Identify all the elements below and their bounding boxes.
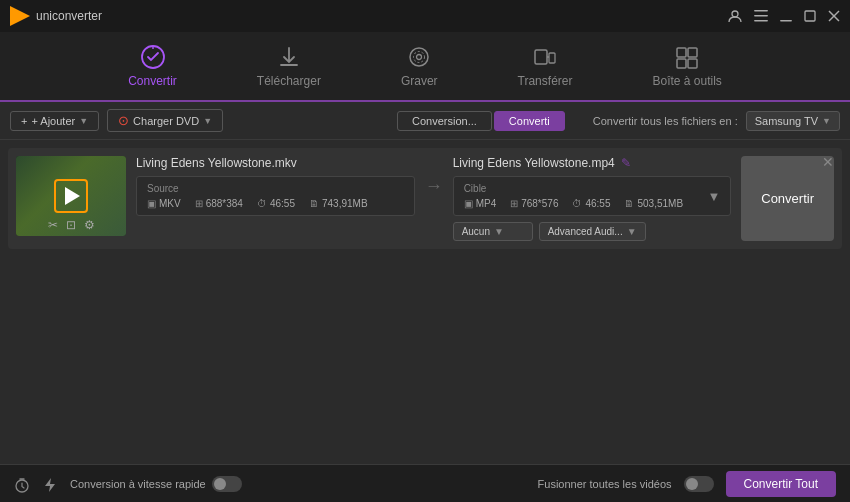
- clock-icon: ⏱: [257, 198, 267, 209]
- target-chevron-icon[interactable]: ▼: [707, 189, 720, 204]
- svg-point-9: [410, 48, 428, 66]
- nav-item-graver[interactable]: Graver: [391, 38, 448, 94]
- merge-toggle-knob: [686, 478, 698, 490]
- tab-conversion[interactable]: Conversion...: [397, 111, 492, 131]
- toolbar-right: Convertir tous les fichiers en : Samsung…: [593, 111, 840, 131]
- target-res-icon: ⊞: [510, 198, 518, 209]
- svg-point-0: [732, 11, 738, 17]
- nav-label-boite: Boîte à outils: [652, 74, 721, 88]
- svg-rect-15: [688, 48, 697, 57]
- target-area: Living Edens Yellowstone.mp4 ✎ Cible ▣ M…: [453, 156, 732, 241]
- source-size: 🗎 743,91MB: [309, 198, 368, 209]
- charger-label: Charger DVD: [133, 115, 199, 127]
- file-icon: 🗎: [309, 198, 319, 209]
- menu-icon[interactable]: [754, 10, 768, 22]
- nav-item-telecharger[interactable]: Télécharger: [247, 38, 331, 94]
- user-icon[interactable]: [728, 9, 742, 23]
- maximize-icon[interactable]: [804, 10, 816, 22]
- subtitle-chevron-icon: ▼: [494, 226, 504, 237]
- source-format: ▣ MKV: [147, 198, 181, 209]
- dvd-icon: ⊙: [118, 113, 129, 128]
- svg-rect-2: [754, 15, 768, 17]
- target-name-row: Living Edens Yellowstone.mp4 ✎: [453, 156, 732, 170]
- source-props: ▣ MKV ⊞ 688*384 ⏱ 46:55 🗎 743,91MB: [147, 198, 404, 209]
- add-icon: +: [21, 115, 27, 127]
- convertir-icon: [140, 44, 166, 70]
- convert-button[interactable]: Convertir: [741, 156, 834, 241]
- add-label: + Ajouter: [31, 115, 75, 127]
- merge-label: Fusionner toutes les vidéos: [538, 478, 672, 490]
- charger-chevron-icon: ▼: [203, 116, 212, 126]
- minimize-icon[interactable]: [780, 10, 792, 22]
- nav-item-boite[interactable]: Boîte à outils: [642, 38, 731, 94]
- nav-bar: Convertir Télécharger Graver: [0, 32, 850, 102]
- title-bar: uniconverter: [0, 0, 850, 32]
- speed-toggle-knob: [214, 478, 226, 490]
- svg-point-11: [414, 52, 425, 63]
- target-sub-row: Aucun ▼ Advanced Audi... ▼: [453, 222, 732, 241]
- close-icon[interactable]: [828, 10, 840, 22]
- target-clock-icon: ⏱: [572, 198, 582, 209]
- toolbar: + + Ajouter ▼ ⊙ Charger DVD ▼ Conversion…: [0, 102, 850, 140]
- source-duration: ⏱ 46:55: [257, 198, 295, 209]
- thumbnail-controls: ✂ ⊡ ⚙: [16, 218, 126, 232]
- target-title: Cible: [464, 183, 708, 194]
- target-format-icon: ▣: [464, 198, 473, 209]
- source-title: Source: [147, 183, 404, 194]
- target-size: 🗎 503,51MB: [624, 198, 683, 209]
- thumbnail: ✂ ⊡ ⚙: [16, 156, 126, 236]
- charger-dvd-button[interactable]: ⊙ Charger DVD ▼: [107, 109, 223, 132]
- target-format: ▣ MP4: [464, 198, 497, 209]
- output-select[interactable]: Samsung TV ▼: [746, 111, 840, 131]
- telecharger-icon: [276, 44, 302, 70]
- toolbar-tabs: Conversion... Converti: [397, 111, 565, 131]
- speed-label: Conversion à vitesse rapide: [70, 476, 242, 492]
- nav-label-transferer: Transférer: [518, 74, 573, 88]
- convert-all-button[interactable]: Convertir Tout: [726, 471, 836, 497]
- svg-rect-17: [688, 59, 697, 68]
- file-info: Living Edens Yellowstone.mkv Source ▣ MK…: [136, 156, 415, 216]
- svg-rect-4: [780, 20, 792, 22]
- add-chevron-icon: ▼: [79, 116, 88, 126]
- title-bar-left: uniconverter: [10, 6, 102, 26]
- app-name: uniconverter: [36, 9, 102, 23]
- nav-label-convertir: Convertir: [128, 74, 177, 88]
- boite-icon: [674, 44, 700, 70]
- add-button[interactable]: + + Ajouter ▼: [10, 111, 99, 131]
- format-icon: ▣: [147, 198, 156, 209]
- bottom-right: Fusionner toutes les vidéos Convertir To…: [538, 471, 836, 497]
- crop-icon[interactable]: ⊡: [66, 218, 76, 232]
- cut-icon[interactable]: ✂: [48, 218, 58, 232]
- close-row-button[interactable]: ✕: [822, 154, 834, 170]
- edit-icon[interactable]: ✎: [621, 156, 631, 170]
- effects-icon[interactable]: ⚙: [84, 218, 95, 232]
- nav-item-convertir[interactable]: Convertir: [118, 38, 187, 94]
- tab-converti[interactable]: Converti: [494, 111, 565, 131]
- play-triangle-icon: [65, 187, 80, 205]
- target-props: ▣ MP4 ⊞ 768*576 ⏱ 46:55 🗎: [464, 198, 708, 209]
- target-file-name: Living Edens Yellowstone.mp4: [453, 156, 615, 170]
- timer-icon[interactable]: [14, 474, 30, 492]
- output-chevron-icon: ▼: [822, 116, 831, 126]
- transferer-icon: [532, 44, 558, 70]
- title-bar-right: [728, 9, 840, 23]
- file-row: ✂ ⊡ ⚙ Living Edens Yellowstone.mkv Sourc…: [8, 148, 842, 249]
- play-button[interactable]: [54, 179, 88, 213]
- source-resolution: ⊞ 688*384: [195, 198, 243, 209]
- target-duration: ⏱ 46:55: [572, 198, 610, 209]
- target-props-wrapper: Cible ▣ MP4 ⊞ 768*576 ⏱ 46:55: [464, 183, 708, 209]
- bolt-icon: [44, 474, 56, 492]
- merge-toggle[interactable]: [684, 476, 714, 492]
- bottom-left: Conversion à vitesse rapide: [14, 474, 522, 492]
- nav-item-transferer[interactable]: Transférer: [508, 38, 583, 94]
- speed-toggle[interactable]: [212, 476, 242, 492]
- svg-rect-3: [754, 20, 768, 22]
- source-file-name: Living Edens Yellowstone.mkv: [136, 156, 415, 170]
- subtitle-select[interactable]: Aucun ▼: [453, 222, 533, 241]
- target-box: Cible ▣ MP4 ⊞ 768*576 ⏱ 46:55: [453, 176, 732, 216]
- audio-select[interactable]: Advanced Audi... ▼: [539, 222, 646, 241]
- app-logo: [10, 6, 30, 26]
- source-box: Source ▣ MKV ⊞ 688*384 ⏱ 46:55: [136, 176, 415, 216]
- svg-rect-5: [805, 11, 815, 21]
- arrow-separator: →: [425, 176, 443, 197]
